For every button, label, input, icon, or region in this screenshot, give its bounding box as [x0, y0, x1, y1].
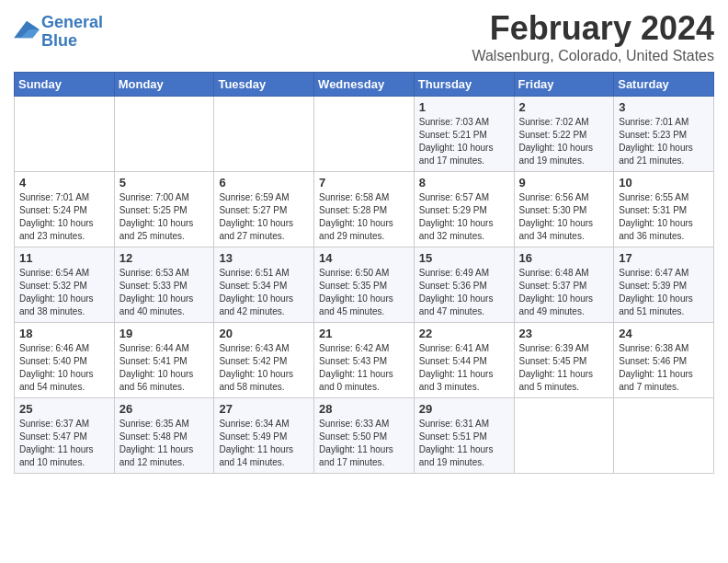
- day-cell: [314, 97, 415, 172]
- day-cell: 2Sunrise: 7:02 AM Sunset: 5:22 PM Daylig…: [514, 97, 614, 172]
- day-cell: [614, 398, 714, 474]
- day-number: 5: [119, 176, 210, 190]
- day-number: 9: [519, 176, 609, 190]
- day-number: 22: [419, 327, 509, 340]
- day-cell: 22Sunrise: 6:41 AM Sunset: 5:44 PM Dayli…: [414, 323, 514, 398]
- day-cell: 15Sunrise: 6:49 AM Sunset: 5:36 PM Dayli…: [414, 247, 514, 323]
- day-number: 6: [219, 176, 309, 190]
- day-info: Sunrise: 6:46 AM Sunset: 5:40 PM Dayligh…: [19, 342, 109, 394]
- header-cell-saturday: Saturday: [614, 73, 714, 97]
- day-cell: [214, 97, 314, 172]
- day-cell: 26Sunrise: 6:35 AM Sunset: 5:48 PM Dayli…: [114, 398, 214, 474]
- header-cell-monday: Monday: [114, 73, 214, 97]
- header-cell-friday: Friday: [514, 73, 614, 97]
- calendar-header: SundayMondayTuesdayWednesdayThursdayFrid…: [15, 73, 714, 97]
- title-area: February 2024 Walsenburg, Colorado, Unit…: [472, 9, 714, 64]
- header: General Blue February 2024 Walsenburg, C…: [14, 9, 714, 64]
- day-number: 14: [319, 251, 409, 265]
- week-row: 18Sunrise: 6:46 AM Sunset: 5:40 PM Dayli…: [15, 323, 714, 398]
- day-info: Sunrise: 7:00 AM Sunset: 5:25 PM Dayligh…: [119, 191, 210, 243]
- day-info: Sunrise: 6:49 AM Sunset: 5:36 PM Dayligh…: [419, 267, 509, 318]
- day-info: Sunrise: 6:42 AM Sunset: 5:43 PM Dayligh…: [319, 342, 409, 394]
- day-cell: 25Sunrise: 6:37 AM Sunset: 5:47 PM Dayli…: [15, 398, 115, 474]
- day-cell: 8Sunrise: 6:57 AM Sunset: 5:29 PM Daylig…: [414, 172, 514, 247]
- day-cell: 29Sunrise: 6:31 AM Sunset: 5:51 PM Dayli…: [414, 398, 514, 474]
- day-info: Sunrise: 6:43 AM Sunset: 5:42 PM Dayligh…: [219, 342, 309, 394]
- day-cell: 4Sunrise: 7:01 AM Sunset: 5:24 PM Daylig…: [15, 172, 115, 247]
- day-cell: 21Sunrise: 6:42 AM Sunset: 5:43 PM Dayli…: [314, 323, 415, 398]
- day-info: Sunrise: 6:53 AM Sunset: 5:33 PM Dayligh…: [119, 267, 210, 318]
- day-number: 17: [619, 251, 709, 265]
- day-number: 23: [519, 327, 609, 340]
- day-cell: 24Sunrise: 6:38 AM Sunset: 5:46 PM Dayli…: [614, 323, 714, 398]
- day-info: Sunrise: 6:38 AM Sunset: 5:46 PM Dayligh…: [619, 342, 709, 394]
- day-number: 10: [619, 176, 709, 190]
- day-number: 26: [119, 402, 210, 416]
- day-cell: 5Sunrise: 7:00 AM Sunset: 5:25 PM Daylig…: [114, 172, 214, 247]
- week-row: 25Sunrise: 6:37 AM Sunset: 5:47 PM Dayli…: [15, 398, 714, 474]
- day-number: 16: [519, 251, 609, 265]
- day-cell: 10Sunrise: 6:55 AM Sunset: 5:31 PM Dayli…: [614, 172, 714, 247]
- day-cell: 3Sunrise: 7:01 AM Sunset: 5:23 PM Daylig…: [614, 97, 714, 172]
- day-info: Sunrise: 6:39 AM Sunset: 5:45 PM Dayligh…: [519, 342, 609, 394]
- day-cell: 17Sunrise: 6:47 AM Sunset: 5:39 PM Dayli…: [614, 247, 714, 323]
- logo-line1: General: [41, 13, 103, 31]
- day-info: Sunrise: 6:33 AM Sunset: 5:50 PM Dayligh…: [319, 418, 409, 469]
- header-cell-thursday: Thursday: [414, 73, 514, 97]
- day-info: Sunrise: 6:37 AM Sunset: 5:47 PM Dayligh…: [19, 418, 109, 469]
- day-info: Sunrise: 6:34 AM Sunset: 5:49 PM Dayligh…: [219, 418, 309, 469]
- day-cell: 19Sunrise: 6:44 AM Sunset: 5:41 PM Dayli…: [114, 323, 214, 398]
- calendar-title: February 2024: [472, 9, 714, 48]
- day-number: 11: [19, 251, 109, 265]
- day-number: 20: [219, 327, 309, 340]
- day-cell: 13Sunrise: 6:51 AM Sunset: 5:34 PM Dayli…: [214, 247, 314, 323]
- day-cell: [514, 398, 614, 474]
- week-row: 11Sunrise: 6:54 AM Sunset: 5:32 PM Dayli…: [15, 247, 714, 323]
- header-row: SundayMondayTuesdayWednesdayThursdayFrid…: [15, 73, 714, 97]
- calendar-table: SundayMondayTuesdayWednesdayThursdayFrid…: [14, 72, 714, 474]
- day-info: Sunrise: 6:31 AM Sunset: 5:51 PM Dayligh…: [419, 418, 509, 469]
- day-cell: 7Sunrise: 6:58 AM Sunset: 5:28 PM Daylig…: [314, 172, 415, 247]
- day-cell: 18Sunrise: 6:46 AM Sunset: 5:40 PM Dayli…: [15, 323, 115, 398]
- day-number: 21: [319, 327, 409, 340]
- day-number: 4: [19, 176, 109, 190]
- day-number: 13: [219, 251, 309, 265]
- day-number: 2: [519, 100, 609, 114]
- day-number: 8: [419, 176, 509, 190]
- day-number: 27: [219, 402, 309, 416]
- day-info: Sunrise: 7:01 AM Sunset: 5:24 PM Dayligh…: [19, 191, 109, 243]
- logo-text: General Blue: [41, 14, 103, 51]
- day-cell: 27Sunrise: 6:34 AM Sunset: 5:49 PM Dayli…: [214, 398, 314, 474]
- day-cell: 20Sunrise: 6:43 AM Sunset: 5:42 PM Dayli…: [214, 323, 314, 398]
- header-cell-wednesday: Wednesday: [314, 73, 415, 97]
- header-cell-sunday: Sunday: [15, 73, 115, 97]
- day-number: 15: [419, 251, 509, 265]
- day-number: 1: [419, 100, 509, 114]
- day-cell: 1Sunrise: 7:03 AM Sunset: 5:21 PM Daylig…: [414, 97, 514, 172]
- day-number: 19: [119, 327, 210, 340]
- day-info: Sunrise: 6:54 AM Sunset: 5:32 PM Dayligh…: [19, 267, 109, 318]
- day-number: 25: [19, 402, 109, 416]
- day-info: Sunrise: 6:41 AM Sunset: 5:44 PM Dayligh…: [419, 342, 509, 394]
- day-info: Sunrise: 6:51 AM Sunset: 5:34 PM Dayligh…: [219, 267, 309, 318]
- week-row: 4Sunrise: 7:01 AM Sunset: 5:24 PM Daylig…: [15, 172, 714, 247]
- day-info: Sunrise: 6:44 AM Sunset: 5:41 PM Dayligh…: [119, 342, 210, 394]
- day-info: Sunrise: 6:55 AM Sunset: 5:31 PM Dayligh…: [619, 191, 709, 243]
- day-info: Sunrise: 6:58 AM Sunset: 5:28 PM Dayligh…: [319, 191, 409, 243]
- day-info: Sunrise: 6:59 AM Sunset: 5:27 PM Dayligh…: [219, 191, 309, 243]
- day-info: Sunrise: 6:47 AM Sunset: 5:39 PM Dayligh…: [619, 267, 709, 318]
- day-cell: 16Sunrise: 6:48 AM Sunset: 5:37 PM Dayli…: [514, 247, 614, 323]
- day-info: Sunrise: 6:48 AM Sunset: 5:37 PM Dayligh…: [519, 267, 609, 318]
- day-info: Sunrise: 7:02 AM Sunset: 5:22 PM Dayligh…: [519, 116, 609, 167]
- day-number: 28: [319, 402, 409, 416]
- day-cell: 14Sunrise: 6:50 AM Sunset: 5:35 PM Dayli…: [314, 247, 415, 323]
- logo-line2: Blue: [41, 31, 77, 50]
- day-number: 3: [619, 100, 709, 114]
- day-info: Sunrise: 7:03 AM Sunset: 5:21 PM Dayligh…: [419, 116, 509, 167]
- day-cell: [15, 97, 115, 172]
- day-cell: 6Sunrise: 6:59 AM Sunset: 5:27 PM Daylig…: [214, 172, 314, 247]
- day-cell: 28Sunrise: 6:33 AM Sunset: 5:50 PM Dayli…: [314, 398, 415, 474]
- day-cell: 11Sunrise: 6:54 AM Sunset: 5:32 PM Dayli…: [15, 247, 115, 323]
- logo-icon: [14, 19, 40, 41]
- day-number: 12: [119, 251, 210, 265]
